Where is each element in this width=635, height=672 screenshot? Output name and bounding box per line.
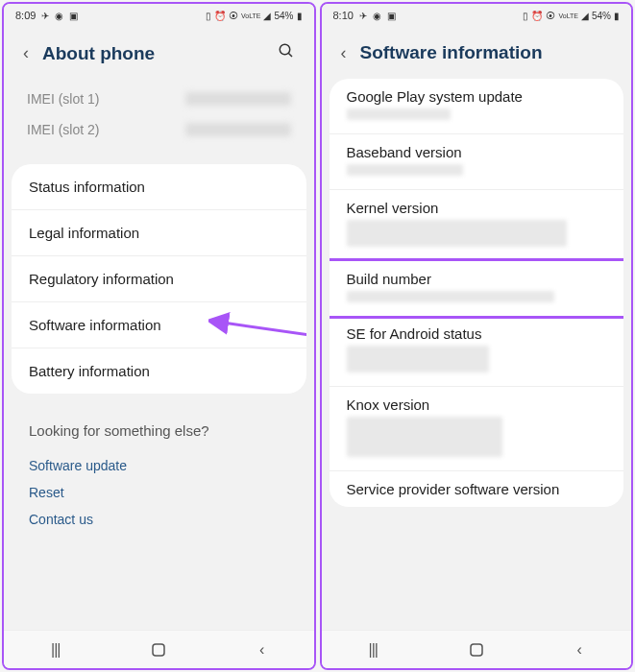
status-information-item[interactable]: Status information bbox=[12, 164, 306, 210]
telegram-icon: ✈ bbox=[359, 11, 367, 21]
content-area: Google Play system update Baseband versi… bbox=[322, 75, 632, 630]
looking-title: Looking for something else? bbox=[29, 422, 289, 439]
back-nav-button[interactable]: ‹ bbox=[248, 640, 277, 660]
imei-row[interactable]: IMEI (slot 2) bbox=[27, 114, 291, 145]
battery-percent: 54% bbox=[592, 11, 611, 21]
svg-rect-4 bbox=[153, 644, 164, 656]
svg-point-0 bbox=[280, 44, 290, 55]
reset-link[interactable]: Reset bbox=[29, 479, 289, 506]
service-provider-version-item[interactable]: Service provider software version bbox=[330, 471, 624, 507]
battery-icon: ▮ bbox=[297, 11, 303, 21]
volte-icon: VoLTE bbox=[241, 12, 261, 19]
svg-line-3 bbox=[223, 323, 306, 335]
pointer-arrow-icon bbox=[208, 311, 306, 340]
status-time: 8:09 bbox=[15, 10, 36, 21]
page-title: Software information bbox=[360, 42, 613, 63]
right-phone-frame: 8:10 ✈ ◉ ▣ ▯ ⏰ ⦿ VoLTE ◢ 54% ▮ ‹ Softwar… bbox=[320, 2, 634, 670]
status-bar: 8:09 ✈ ◉ ▣ ▯ ⏰ ⦿ VoLTE ◢ 54% ▮ bbox=[4, 4, 314, 27]
signal-icon: ◢ bbox=[263, 11, 271, 21]
status-left: 8:09 ✈ ◉ ▣ bbox=[15, 10, 78, 21]
back-button[interactable]: ‹ bbox=[23, 43, 29, 63]
imei-section: IMEI (slot 1) IMEI (slot 2) bbox=[12, 76, 306, 160]
image-icon: ▣ bbox=[69, 11, 78, 21]
search-icon[interactable] bbox=[278, 42, 295, 64]
home-button[interactable] bbox=[462, 640, 491, 660]
image-icon: ▣ bbox=[387, 11, 396, 21]
back-button[interactable]: ‹ bbox=[341, 43, 347, 63]
value-blurred bbox=[347, 108, 451, 120]
contact-us-link[interactable]: Contact us bbox=[29, 506, 289, 533]
status-left: 8:10 ✈ ◉ ▣ bbox=[333, 10, 396, 21]
status-right: ▯ ⏰ ⦿ VoLTE ◢ 54% ▮ bbox=[523, 11, 620, 21]
navigation-bar: ||| ‹ bbox=[322, 630, 632, 668]
content-area: IMEI (slot 1) IMEI (slot 2) Status infor… bbox=[4, 76, 314, 630]
alarm-icon: ⏰ bbox=[214, 11, 226, 21]
value-blurred bbox=[347, 220, 568, 247]
navigation-bar: ||| ‹ bbox=[4, 630, 314, 668]
battery-percent: 54% bbox=[274, 11, 293, 21]
battery-information-item[interactable]: Battery information bbox=[12, 348, 306, 394]
svg-line-1 bbox=[288, 53, 292, 57]
imei-label: IMEI (slot 1) bbox=[27, 91, 99, 107]
left-phone-frame: 8:09 ✈ ◉ ▣ ▯ ⏰ ⦿ VoLTE ◢ 54% ▮ ‹ About p… bbox=[2, 2, 316, 670]
value-blurred bbox=[347, 164, 464, 176]
value-blurred bbox=[347, 417, 502, 457]
page-header: ‹ About phone bbox=[4, 27, 314, 76]
value-blurred bbox=[347, 291, 554, 302]
signal-icon: ◢ bbox=[581, 11, 589, 21]
home-button[interactable] bbox=[144, 640, 173, 660]
legal-information-item[interactable]: Legal information bbox=[12, 210, 306, 256]
info-card: Status information Legal information Reg… bbox=[12, 164, 306, 394]
looking-section: Looking for something else? Software upd… bbox=[12, 407, 306, 548]
software-update-link[interactable]: Software update bbox=[29, 452, 289, 479]
status-right: ▯ ⏰ ⦿ VoLTE ◢ 54% ▮ bbox=[206, 11, 303, 21]
card-icon: ▯ bbox=[206, 11, 211, 21]
page-title: About phone bbox=[42, 43, 264, 64]
whatsapp-icon: ◉ bbox=[55, 11, 63, 21]
status-bar: 8:10 ✈ ◉ ▣ ▯ ⏰ ⦿ VoLTE ◢ 54% ▮ bbox=[322, 4, 632, 27]
value-blurred bbox=[347, 346, 490, 372]
page-header: ‹ Software information bbox=[322, 27, 632, 75]
whatsapp-icon: ◉ bbox=[373, 11, 381, 21]
battery-icon: ▮ bbox=[614, 11, 620, 21]
volte-icon: VoLTE bbox=[558, 12, 578, 19]
regulatory-information-item[interactable]: Regulatory information bbox=[12, 256, 306, 302]
wifi-icon: ⦿ bbox=[546, 11, 555, 21]
imei-value-blurred bbox=[185, 123, 291, 136]
se-android-status-item[interactable]: SE for Android status bbox=[330, 316, 624, 387]
recents-button[interactable]: ||| bbox=[41, 640, 70, 660]
knox-version-item[interactable]: Knox version bbox=[330, 387, 624, 471]
build-number-item[interactable]: Build number bbox=[330, 258, 624, 319]
software-information-item[interactable]: Software information bbox=[12, 302, 306, 348]
imei-label: IMEI (slot 2) bbox=[27, 122, 99, 137]
recents-button[interactable]: ||| bbox=[358, 640, 387, 660]
telegram-icon: ✈ bbox=[41, 11, 49, 21]
imei-row[interactable]: IMEI (slot 1) bbox=[27, 84, 291, 114]
baseband-version-item[interactable]: Baseband version bbox=[330, 134, 624, 190]
google-play-update-item[interactable]: Google Play system update bbox=[330, 79, 624, 134]
alarm-icon: ⏰ bbox=[531, 11, 543, 21]
back-nav-button[interactable]: ‹ bbox=[565, 640, 594, 660]
svg-rect-5 bbox=[471, 644, 482, 656]
wifi-icon: ⦿ bbox=[229, 11, 238, 21]
software-info-card: Google Play system update Baseband versi… bbox=[330, 79, 624, 507]
status-time: 8:10 bbox=[333, 10, 354, 21]
card-icon: ▯ bbox=[523, 11, 528, 21]
kernel-version-item[interactable]: Kernel version bbox=[330, 190, 624, 261]
imei-value-blurred bbox=[185, 92, 291, 106]
